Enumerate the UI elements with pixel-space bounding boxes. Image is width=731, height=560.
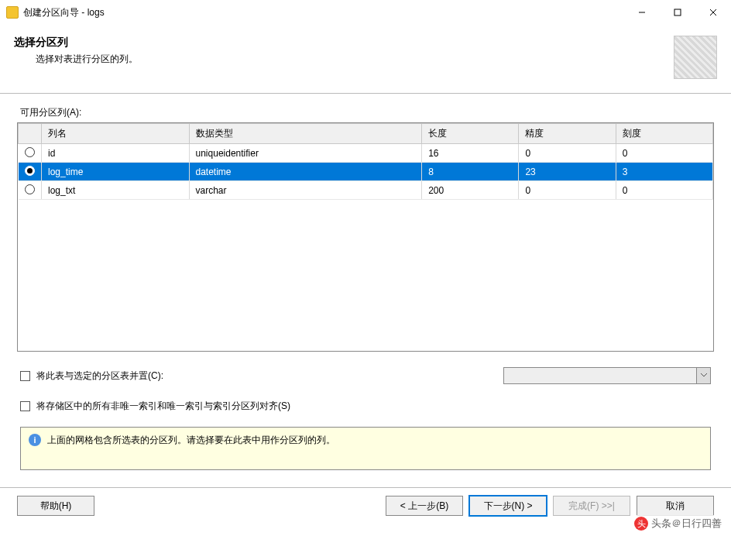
svg-rect-1 — [674, 9, 681, 15]
cell-scale: 0 — [616, 144, 712, 163]
body-area: 可用分区列(A): 列名 数据类型 长度 精度 刻度 id uniqueiden… — [0, 94, 731, 473]
page-heading: 选择分区列 — [14, 36, 668, 50]
table-row[interactable]: log_time datetime 8 23 3 — [19, 163, 713, 181]
help-button[interactable]: 帮助(H) — [17, 496, 94, 516]
watermark: 头 头条＠日行四善 — [631, 515, 725, 532]
col-header-scale[interactable]: 刻度 — [616, 124, 712, 144]
cancel-button[interactable]: 取消 — [637, 496, 714, 516]
app-icon — [6, 6, 19, 19]
col-header-select[interactable] — [19, 124, 42, 144]
watermark-icon: 头 — [634, 517, 648, 531]
close-button[interactable] — [695, 1, 731, 24]
cell-name: log_txt — [42, 181, 190, 200]
col-header-name[interactable]: 列名 — [42, 124, 190, 144]
align-indexes-row: 将存储区中的所有非唯一索引和唯一索引与索引分区列对齐(S) — [20, 400, 711, 413]
cell-length: 200 — [422, 181, 519, 200]
chevron-down-icon[interactable] — [696, 368, 710, 383]
cell-precision: 0 — [519, 181, 616, 200]
page-subtitle: 选择对表进行分区的列。 — [14, 53, 668, 66]
watermark-text: 头条＠日行四善 — [651, 517, 722, 531]
maximize-button[interactable] — [660, 1, 695, 24]
row-radio[interactable] — [25, 166, 35, 176]
table-row[interactable]: id uniqueidentifier 16 0 0 — [19, 144, 713, 163]
info-box: i 上面的网格包含所选表的分区列。请选择要在此表中用作分区列的列。 — [20, 427, 711, 470]
row-radio[interactable] — [25, 184, 35, 194]
col-header-precision[interactable]: 精度 — [519, 124, 616, 144]
collocate-label: 将此表与选定的分区表并置(C): — [36, 369, 163, 383]
align-indexes-label: 将存储区中的所有非唯一索引和唯一索引与索引分区列对齐(S) — [36, 400, 290, 413]
back-button[interactable]: < 上一步(B) — [386, 496, 463, 516]
next-button[interactable]: 下一步(N) > — [469, 496, 547, 516]
cell-length: 8 — [422, 163, 519, 181]
columns-grid[interactable]: 列名 数据类型 长度 精度 刻度 id uniqueidentifier 16 … — [17, 122, 714, 352]
cell-precision: 0 — [519, 144, 616, 163]
table-row[interactable]: log_txt varchar 200 0 0 — [19, 181, 713, 200]
info-text: 上面的网格包含所选表的分区列。请选择要在此表中用作分区列的列。 — [47, 434, 335, 447]
cell-precision: 23 — [519, 163, 616, 181]
col-header-length[interactable]: 长度 — [422, 124, 519, 144]
window-controls — [624, 1, 731, 24]
window-title: 创建分区向导 - logs — [23, 6, 105, 19]
partition-wizard-icon — [674, 36, 717, 79]
finish-button: 完成(F) >>| — [553, 496, 630, 516]
titlebar: 创建分区向导 - logs — [0, 0, 731, 25]
info-icon: i — [29, 434, 41, 446]
row-radio[interactable] — [25, 147, 35, 157]
col-header-datatype[interactable]: 数据类型 — [189, 124, 422, 144]
collocate-row: 将此表与选定的分区表并置(C): — [20, 367, 711, 384]
cell-datatype: datetime — [189, 163, 422, 181]
cell-scale: 3 — [616, 163, 712, 181]
cell-datatype: varchar — [189, 181, 422, 200]
available-columns-label: 可用分区列(A): — [20, 106, 714, 119]
align-indexes-checkbox[interactable] — [20, 401, 30, 411]
wizard-header: 选择分区列 选择对表进行分区的列。 — [0, 25, 731, 94]
cell-name: id — [42, 144, 190, 163]
collocate-dropdown[interactable] — [503, 367, 711, 384]
cell-length: 16 — [422, 144, 519, 163]
button-bar: 帮助(H) < 上一步(B) 下一步(N) > 完成(F) >>| 取消 — [0, 488, 731, 525]
collocate-checkbox[interactable] — [20, 371, 30, 381]
cell-scale: 0 — [616, 181, 712, 200]
cell-name: log_time — [42, 163, 190, 181]
minimize-button[interactable] — [624, 1, 660, 24]
cell-datatype: uniqueidentifier — [189, 144, 422, 163]
